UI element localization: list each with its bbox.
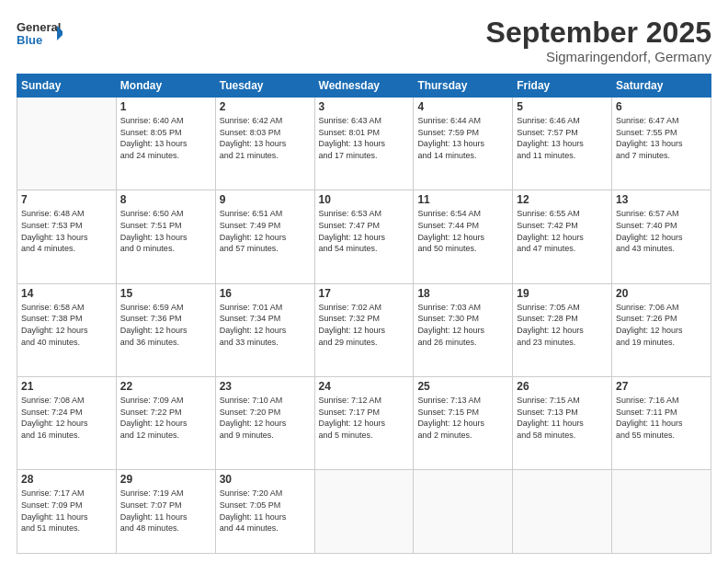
day-info: Sunrise: 6:55 AM Sunset: 7:42 PM Dayligh… xyxy=(517,208,608,254)
logo-svg: General Blue xyxy=(17,17,63,50)
svg-text:Blue: Blue xyxy=(17,33,42,47)
calendar-cell: 4Sunrise: 6:44 AM Sunset: 7:59 PM Daylig… xyxy=(414,98,513,190)
day-number: 24 xyxy=(319,380,410,393)
title-block: September 2025 Sigmaringendorf, Germany xyxy=(486,17,711,64)
calendar-cell: 7Sunrise: 6:48 AM Sunset: 7:53 PM Daylig… xyxy=(17,190,117,283)
calendar-cell: 30Sunrise: 7:20 AM Sunset: 7:05 PM Dayli… xyxy=(215,470,314,554)
day-number: 25 xyxy=(417,380,508,393)
day-info: Sunrise: 7:01 AM Sunset: 7:34 PM Dayligh… xyxy=(220,302,311,348)
day-info: Sunrise: 6:43 AM Sunset: 8:01 PM Dayligh… xyxy=(319,115,410,161)
day-number: 11 xyxy=(417,193,508,206)
calendar-cell xyxy=(414,470,513,554)
calendar-cell: 21Sunrise: 7:08 AM Sunset: 7:24 PM Dayli… xyxy=(17,377,117,470)
day-number: 23 xyxy=(220,380,311,393)
day-number: 12 xyxy=(517,193,608,206)
calendar-cell: 3Sunrise: 6:43 AM Sunset: 8:01 PM Daylig… xyxy=(314,98,414,190)
day-number: 13 xyxy=(616,193,707,206)
calendar-cell: 24Sunrise: 7:12 AM Sunset: 7:17 PM Dayli… xyxy=(314,377,414,470)
day-info: Sunrise: 7:19 AM Sunset: 7:07 PM Dayligh… xyxy=(120,488,211,534)
day-number: 26 xyxy=(517,380,608,393)
weekday-header-sunday: Sunday xyxy=(17,75,117,98)
day-number: 1 xyxy=(120,100,211,113)
calendar-cell: 12Sunrise: 6:55 AM Sunset: 7:42 PM Dayli… xyxy=(513,190,612,283)
calendar-table: SundayMondayTuesdayWednesdayThursdayFrid… xyxy=(17,74,711,554)
day-info: Sunrise: 7:13 AM Sunset: 7:15 PM Dayligh… xyxy=(417,395,508,441)
day-info: Sunrise: 7:12 AM Sunset: 7:17 PM Dayligh… xyxy=(319,395,410,441)
day-number: 19 xyxy=(517,287,608,300)
day-number: 17 xyxy=(319,287,410,300)
calendar-cell: 15Sunrise: 6:59 AM Sunset: 7:36 PM Dayli… xyxy=(116,283,215,376)
calendar-cell: 10Sunrise: 6:53 AM Sunset: 7:47 PM Dayli… xyxy=(314,190,414,283)
weekday-header-friday: Friday xyxy=(513,75,612,98)
calendar-cell: 14Sunrise: 6:58 AM Sunset: 7:38 PM Dayli… xyxy=(17,283,117,376)
day-info: Sunrise: 7:20 AM Sunset: 7:05 PM Dayligh… xyxy=(220,488,311,534)
day-info: Sunrise: 7:05 AM Sunset: 7:28 PM Dayligh… xyxy=(517,302,608,348)
day-info: Sunrise: 6:59 AM Sunset: 7:36 PM Dayligh… xyxy=(120,302,211,348)
calendar-cell xyxy=(17,98,117,190)
page-header: General Blue September 2025 Sigmaringend… xyxy=(17,17,711,64)
day-number: 4 xyxy=(417,100,508,113)
calendar-cell: 27Sunrise: 7:16 AM Sunset: 7:11 PM Dayli… xyxy=(612,377,711,470)
weekday-header-monday: Monday xyxy=(116,75,215,98)
calendar-cell: 17Sunrise: 7:02 AM Sunset: 7:32 PM Dayli… xyxy=(314,283,414,376)
calendar-cell: 18Sunrise: 7:03 AM Sunset: 7:30 PM Dayli… xyxy=(414,283,513,376)
day-number: 29 xyxy=(120,473,211,486)
calendar-cell: 22Sunrise: 7:09 AM Sunset: 7:22 PM Dayli… xyxy=(116,377,215,470)
calendar-cell xyxy=(612,470,711,554)
day-info: Sunrise: 6:48 AM Sunset: 7:53 PM Dayligh… xyxy=(21,208,112,254)
day-info: Sunrise: 7:16 AM Sunset: 7:11 PM Dayligh… xyxy=(616,395,707,441)
day-info: Sunrise: 6:54 AM Sunset: 7:44 PM Dayligh… xyxy=(417,208,508,254)
day-number: 2 xyxy=(220,100,311,113)
day-number: 5 xyxy=(517,100,608,113)
calendar-cell xyxy=(513,470,612,554)
calendar-cell: 25Sunrise: 7:13 AM Sunset: 7:15 PM Dayli… xyxy=(414,377,513,470)
day-info: Sunrise: 7:15 AM Sunset: 7:13 PM Dayligh… xyxy=(517,395,608,441)
calendar-cell: 6Sunrise: 6:47 AM Sunset: 7:55 PM Daylig… xyxy=(612,98,711,190)
calendar-cell: 9Sunrise: 6:51 AM Sunset: 7:49 PM Daylig… xyxy=(215,190,314,283)
calendar-cell: 13Sunrise: 6:57 AM Sunset: 7:40 PM Dayli… xyxy=(612,190,711,283)
day-info: Sunrise: 6:40 AM Sunset: 8:05 PM Dayligh… xyxy=(120,115,211,161)
day-info: Sunrise: 6:47 AM Sunset: 7:55 PM Dayligh… xyxy=(616,115,707,161)
calendar-cell: 23Sunrise: 7:10 AM Sunset: 7:20 PM Dayli… xyxy=(215,377,314,470)
day-info: Sunrise: 6:53 AM Sunset: 7:47 PM Dayligh… xyxy=(319,208,410,254)
calendar-cell: 2Sunrise: 6:42 AM Sunset: 8:03 PM Daylig… xyxy=(215,98,314,190)
day-info: Sunrise: 6:51 AM Sunset: 7:49 PM Dayligh… xyxy=(220,208,311,254)
calendar-cell: 26Sunrise: 7:15 AM Sunset: 7:13 PM Dayli… xyxy=(513,377,612,470)
day-info: Sunrise: 7:08 AM Sunset: 7:24 PM Dayligh… xyxy=(21,395,112,441)
weekday-header-tuesday: Tuesday xyxy=(215,75,314,98)
calendar-cell xyxy=(314,470,414,554)
day-info: Sunrise: 7:03 AM Sunset: 7:30 PM Dayligh… xyxy=(417,302,508,348)
day-info: Sunrise: 6:57 AM Sunset: 7:40 PM Dayligh… xyxy=(616,208,707,254)
day-number: 21 xyxy=(21,380,112,393)
day-info: Sunrise: 7:10 AM Sunset: 7:20 PM Dayligh… xyxy=(220,395,311,441)
day-number: 27 xyxy=(616,380,707,393)
calendar-cell: 1Sunrise: 6:40 AM Sunset: 8:05 PM Daylig… xyxy=(116,98,215,190)
weekday-header-thursday: Thursday xyxy=(414,75,513,98)
day-info: Sunrise: 7:06 AM Sunset: 7:26 PM Dayligh… xyxy=(616,302,707,348)
day-info: Sunrise: 6:58 AM Sunset: 7:38 PM Dayligh… xyxy=(21,302,112,348)
day-info: Sunrise: 7:09 AM Sunset: 7:22 PM Dayligh… xyxy=(120,395,211,441)
day-info: Sunrise: 7:17 AM Sunset: 7:09 PM Dayligh… xyxy=(21,488,112,534)
calendar-cell: 29Sunrise: 7:19 AM Sunset: 7:07 PM Dayli… xyxy=(116,470,215,554)
calendar-cell: 19Sunrise: 7:05 AM Sunset: 7:28 PM Dayli… xyxy=(513,283,612,376)
day-info: Sunrise: 6:50 AM Sunset: 7:51 PM Dayligh… xyxy=(120,208,211,254)
day-number: 10 xyxy=(319,193,410,206)
day-number: 6 xyxy=(616,100,707,113)
svg-text:General: General xyxy=(17,20,61,34)
day-number: 22 xyxy=(120,380,211,393)
day-info: Sunrise: 7:02 AM Sunset: 7:32 PM Dayligh… xyxy=(319,302,410,348)
weekday-header-wednesday: Wednesday xyxy=(314,75,414,98)
day-number: 14 xyxy=(21,287,112,300)
day-info: Sunrise: 6:42 AM Sunset: 8:03 PM Dayligh… xyxy=(220,115,311,161)
day-info: Sunrise: 6:46 AM Sunset: 7:57 PM Dayligh… xyxy=(517,115,608,161)
day-number: 16 xyxy=(220,287,311,300)
day-info: Sunrise: 6:44 AM Sunset: 7:59 PM Dayligh… xyxy=(417,115,508,161)
calendar-cell: 11Sunrise: 6:54 AM Sunset: 7:44 PM Dayli… xyxy=(414,190,513,283)
month-title: September 2025 xyxy=(486,17,711,49)
day-number: 15 xyxy=(120,287,211,300)
location: Sigmaringendorf, Germany xyxy=(486,49,711,64)
weekday-header-saturday: Saturday xyxy=(612,75,711,98)
calendar-cell: 8Sunrise: 6:50 AM Sunset: 7:51 PM Daylig… xyxy=(116,190,215,283)
calendar-cell: 20Sunrise: 7:06 AM Sunset: 7:26 PM Dayli… xyxy=(612,283,711,376)
day-number: 3 xyxy=(319,100,410,113)
